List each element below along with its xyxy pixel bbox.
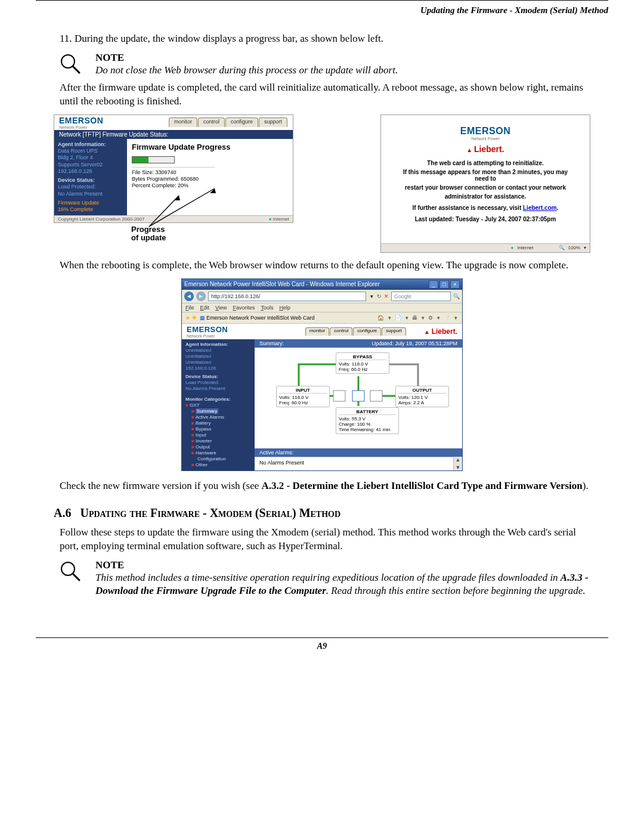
search-box[interactable]: Google bbox=[391, 292, 451, 301]
page-body: 11. During the update, the window displa… bbox=[0, 32, 644, 625]
cat-summary[interactable]: Summary bbox=[196, 408, 218, 414]
agent-info-hd: Agent Information: bbox=[58, 141, 123, 148]
fav-add-icon[interactable]: ✚ bbox=[192, 315, 197, 321]
url-field[interactable]: http://192.168.0.126/ bbox=[208, 292, 366, 301]
tab2-control[interactable]: control bbox=[330, 327, 352, 336]
cat-inverter[interactable]: Inverter bbox=[196, 438, 212, 444]
input-r1: Volts: 118.0 V bbox=[279, 395, 327, 400]
rule-bottom bbox=[36, 637, 608, 638]
reboot-msg-l2: restart your browser connection or conta… bbox=[395, 184, 575, 191]
menu-file[interactable]: File bbox=[185, 305, 194, 311]
default-view-screenshot: Emerson Network Power IntelliSlot Web Ca… bbox=[181, 278, 463, 471]
tab-configure[interactable]: configure bbox=[225, 117, 258, 127]
fav-star-icon[interactable]: ★ bbox=[185, 315, 190, 321]
back-button[interactable]: ◄ bbox=[184, 292, 194, 301]
forward-button[interactable]: ► bbox=[196, 292, 206, 301]
tab-bar: monitor control configure support bbox=[169, 117, 288, 127]
cat-conf[interactable]: Configuration bbox=[197, 456, 226, 462]
cat-hw[interactable]: Hardware bbox=[196, 450, 216, 456]
bullet-icon: ■ bbox=[191, 432, 194, 438]
max-button[interactable]: □ bbox=[439, 280, 449, 289]
scroll-down-icon[interactable]: ▼ bbox=[454, 465, 462, 470]
stat-bytes: Bytes Programmed: 650680 bbox=[132, 176, 215, 182]
tab-support[interactable]: support bbox=[259, 117, 287, 127]
emerson-sub: Network Power bbox=[59, 125, 103, 129]
afterss2-a: Check the new firmware version if you wi… bbox=[60, 480, 261, 491]
menu-view[interactable]: View bbox=[215, 305, 227, 311]
net-zone-r: Internet bbox=[517, 245, 533, 250]
reinit-msg: The web card is attempting to reinitiali… bbox=[395, 160, 575, 166]
agent-hd-2: Agent Information: bbox=[185, 342, 251, 348]
menu-tools[interactable]: Tools bbox=[261, 305, 273, 311]
sidebar-2: Agent Information: Uninitialized Uniniti… bbox=[182, 339, 255, 470]
sidebar: Agent Information: Data Room UPS Bldg 2,… bbox=[54, 139, 127, 216]
note2-body: This method includes a time-sensitive op… bbox=[95, 571, 590, 599]
firmware-progress-screenshot: EMERSON Network Power monitor control co… bbox=[54, 114, 293, 223]
tab-control[interactable]: control bbox=[198, 117, 225, 127]
tab2-support[interactable]: support bbox=[382, 327, 406, 336]
step-num: 11. bbox=[60, 33, 72, 44]
ie-title: Emerson Network Power IntelliSlot Web Ca… bbox=[184, 281, 380, 287]
page-tab-title[interactable]: Emerson Network Power IntelliSlot Web Ca… bbox=[206, 315, 314, 321]
reboot-screenshot: EMERSON Network Power Liebert. The web c… bbox=[380, 114, 590, 253]
fw-update-link[interactable]: Firmware Update bbox=[58, 200, 123, 206]
output-title: OUTPUT bbox=[398, 388, 446, 394]
summary-time: Updated: July 19, 2007 05:51:28PM bbox=[371, 340, 457, 346]
tab2-monitor[interactable]: monitor bbox=[305, 327, 330, 336]
cat-bypass[interactable]: Bypass bbox=[196, 426, 211, 432]
bullet-icon: ■ bbox=[191, 462, 194, 467]
tab2-configure[interactable]: configure bbox=[353, 327, 381, 336]
ie-tool-icons[interactable]: 🏠 ▾ 📄 ▾ 🖶 ▾ ⚙ ▾ ❔ ▾ bbox=[377, 315, 459, 321]
magnifier-icon-2 bbox=[60, 561, 83, 582]
zoom-icon: 🔍 bbox=[559, 245, 565, 250]
main-panel: Firmware Update Progress File Size: 3309… bbox=[127, 139, 293, 216]
search-go-icon[interactable]: 🔍 bbox=[453, 293, 460, 299]
liebert-link[interactable]: Liebert.com bbox=[523, 205, 557, 211]
agent-l4: 192.168.0.126 bbox=[58, 168, 123, 175]
cat-output[interactable]: Output bbox=[196, 444, 210, 450]
ie-menu: File Edit View Favorites Tools Help bbox=[182, 304, 462, 312]
fw-pct: 16% Complete bbox=[58, 206, 123, 213]
assist-post: . bbox=[557, 205, 559, 211]
globe-icon-2: ● bbox=[511, 245, 514, 250]
cat-root[interactable]: GXT bbox=[190, 402, 199, 408]
cat-input[interactable]: Input bbox=[196, 432, 206, 438]
summary-label: Summary: bbox=[259, 340, 284, 346]
page-tab-icon: ▦ bbox=[200, 315, 205, 321]
emerson-logo-3: EMERSON bbox=[187, 325, 228, 334]
zoom-pct: 100% bbox=[568, 245, 580, 250]
menu-favorites[interactable]: Favorites bbox=[233, 305, 255, 311]
agent-l1: Data Room UPS bbox=[58, 148, 123, 154]
screenshot-row-1: EMERSON Network Power monitor control co… bbox=[54, 114, 590, 253]
cat-active[interactable]: Active Alarms bbox=[196, 414, 224, 420]
ref-a32: A.3.2 - Determine the Liebert IntelliSlo… bbox=[261, 480, 582, 491]
after-note1: After the firmware update is completed, … bbox=[60, 81, 590, 109]
a2-4: 192.168.0.126 bbox=[185, 366, 251, 371]
device-l2: No Alarms Present bbox=[58, 191, 123, 197]
zoom-dropdown-icon[interactable]: ▾ bbox=[584, 245, 586, 250]
section-num: A.6 bbox=[54, 506, 71, 519]
menu-edit[interactable]: Edit bbox=[200, 305, 210, 311]
note-2: NOTE This method includes a time-sensiti… bbox=[60, 559, 590, 599]
dropdown-icon[interactable]: ▾ bbox=[369, 293, 374, 299]
close-button[interactable]: × bbox=[450, 280, 460, 289]
globe-icon: ● bbox=[269, 216, 272, 222]
fw-title: Firmware Update Progress bbox=[132, 143, 288, 151]
cat-other[interactable]: Other bbox=[196, 462, 208, 467]
bullet-icon: ■ bbox=[191, 408, 194, 414]
refresh-icon[interactable]: ↻ bbox=[377, 293, 382, 299]
stop-icon[interactable]: ✕ bbox=[384, 293, 389, 299]
min-button[interactable]: _ bbox=[429, 280, 438, 289]
scrollbar[interactable]: ▲▼ bbox=[453, 457, 462, 470]
note2-b1: This method includes a time-sensitive op… bbox=[95, 572, 561, 583]
tab-monitor[interactable]: monitor bbox=[169, 117, 197, 127]
reboot-msg-l3: administrator for assistance. bbox=[395, 193, 575, 200]
device-hd-2: Device Status: bbox=[185, 374, 251, 380]
step-11: 11. During the update, the window displa… bbox=[60, 32, 608, 46]
a6-body: Follow these steps to update the firmwar… bbox=[60, 526, 590, 553]
menu-help[interactable]: Help bbox=[279, 305, 290, 311]
a2-1: Uninitialized bbox=[185, 348, 251, 354]
cat-battery[interactable]: Battery bbox=[196, 420, 210, 426]
scroll-up-icon[interactable]: ▲ bbox=[454, 457, 462, 463]
svg-line-1 bbox=[73, 66, 79, 73]
